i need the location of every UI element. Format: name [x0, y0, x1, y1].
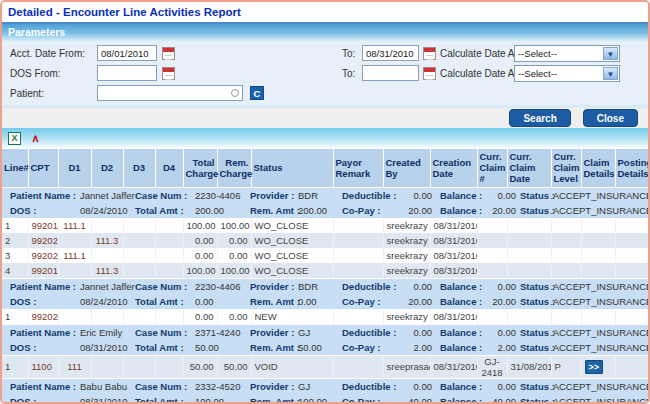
dos-to-label: To: [342, 68, 355, 79]
calc-date-as-label-2: Calculate Date As [440, 68, 520, 79]
line-cell [123, 248, 155, 263]
patient-input[interactable] [97, 85, 243, 101]
line-cell [123, 309, 155, 324]
group-field: Deductible : [342, 279, 402, 294]
column-header: CPT [28, 149, 58, 187]
group-field: 0.00 [488, 379, 516, 394]
line-cell [507, 309, 551, 324]
calendar-icon[interactable] [423, 67, 436, 80]
column-header: Payor Remark [333, 149, 383, 187]
column-header: Posting Details [615, 149, 648, 187]
pdf-export-icon[interactable]: ∧ [29, 132, 42, 145]
group-field: 2230-4406 [195, 188, 250, 203]
group-field: Status : [520, 279, 550, 294]
group-header-line: DOS :08/24/2010Total Amt :0.00Rem. Amt :… [2, 294, 648, 309]
encounter-line-row: 199201111.1100.00100.00WO_CLOSEsreekrazy… [2, 218, 648, 233]
calc-date-as-select-1[interactable]: --Select-- ▼ [514, 45, 620, 62]
group-field: Jannet Jaffer [80, 188, 135, 203]
group-field: Provider : [250, 325, 298, 340]
encounter-line-row: 499201111.3100.00100.00WO_CLOSEsreekrazy… [2, 263, 648, 278]
line-cell [123, 263, 155, 278]
group-field: .ACCEPT_INSURANCE [550, 188, 648, 203]
group-field: Rem. Amt : [250, 394, 298, 404]
chevron-down-icon[interactable]: ▼ [603, 67, 618, 80]
line-cell: 0.00 [183, 233, 217, 248]
group-field: Rem. Amt : [250, 294, 298, 309]
line-cell: 0.00 [217, 309, 251, 324]
chevron-down-icon[interactable]: ▼ [603, 47, 618, 60]
group-field: DOS : [10, 203, 80, 218]
line-cell [551, 233, 581, 248]
dos-to-input[interactable] [362, 65, 419, 81]
group-header-line: DOS :08/31/2010Total Amt :50.00Rem. Amt … [2, 340, 648, 355]
group-field: GJ [298, 325, 342, 340]
line-cell: 111.3 [91, 233, 123, 248]
line-cell: 99202 [28, 309, 58, 324]
group-field: Provider : [250, 379, 298, 394]
group-field: Balance : [440, 379, 488, 394]
acct-date-to-input[interactable] [362, 45, 419, 61]
line-cell: 99201 [28, 263, 58, 278]
group-field: Status : [520, 294, 550, 309]
group-header-line: Patient Name :Jannet JafferCase Num :223… [2, 188, 648, 203]
line-cell [551, 263, 581, 278]
group-field: Deductible : [342, 325, 402, 340]
line-cell: GJ-2418 [477, 355, 507, 378]
calendar-icon[interactable] [423, 47, 436, 60]
page-title: Detailed - Encounter Line Activities Rep… [2, 2, 648, 22]
line-cell [477, 218, 507, 233]
dos-date-row: DOS From: To: Calculate Date As --Select… [2, 65, 648, 85]
line-cell: 1 [2, 309, 28, 324]
calc-date-as-select-2[interactable]: --Select-- ▼ [514, 65, 620, 82]
line-cell [58, 309, 91, 324]
column-header: Rem. Charge [217, 149, 251, 187]
group-field: Balance : [440, 203, 488, 218]
group-field: 08/24/2010 [80, 203, 135, 218]
patient-row: Patient: C [2, 85, 648, 105]
group-field: .ACCEPT_INSURANCE [550, 340, 648, 355]
excel-export-icon[interactable]: X [8, 132, 21, 145]
column-header: D4 [155, 149, 183, 187]
claim-details-button[interactable]: >> [585, 360, 604, 374]
group-field: Rem. Amt : [250, 340, 298, 355]
line-cell: P [551, 355, 581, 378]
group-field: .ACCEPT_INSURANCE [550, 294, 648, 309]
group-field: BDR [298, 188, 342, 203]
line-cell [551, 218, 581, 233]
line-cell [615, 263, 648, 278]
group-field: 08/24/2010 [80, 294, 135, 309]
group-field: .ACCEPT_INSURANCE [550, 379, 648, 394]
line-cell [507, 263, 551, 278]
group-header-line: Patient Name :Eric EmilyCase Num :2371-4… [2, 325, 648, 340]
line-cell: 100.00 [217, 218, 251, 233]
line-cell [58, 233, 91, 248]
group-header-line: DOS :08/24/2010Total Amt :200.00Rem. Amt… [2, 203, 648, 218]
patient-search-icon[interactable] [231, 89, 239, 97]
line-cell: sreeprasad [383, 355, 430, 378]
column-header: Creation Date [430, 149, 477, 187]
line-cell [123, 218, 155, 233]
group-field: 2371-4240 [195, 325, 250, 340]
group-header-line: DOS :08/31/2010Total Amt :100.00Rem. Amt… [2, 394, 648, 404]
acct-date-from-input[interactable] [97, 45, 157, 61]
group-field: 20.00 [402, 294, 432, 309]
line-cell [155, 355, 183, 378]
calendar-icon[interactable] [162, 47, 175, 60]
dos-from-input[interactable] [97, 65, 157, 81]
group-field: Status : [520, 379, 550, 394]
close-button[interactable]: Close [583, 109, 638, 127]
line-cell: 0.00 [183, 248, 217, 263]
group-field: 2.00 [488, 340, 516, 355]
group-field: .ACCEPT_INSURANCE [550, 203, 648, 218]
line-cell [615, 309, 648, 324]
patient-lookup-button[interactable]: C [250, 86, 264, 100]
group-field: Case Num : [135, 188, 195, 203]
calendar-icon[interactable] [162, 67, 175, 80]
line-cell [91, 218, 123, 233]
group-field: Jannet Jaffer [80, 279, 135, 294]
encounter-line-row: 299202111.30.000.00WO_CLOSEsreekrazy08/3… [2, 233, 648, 248]
group-field: GJ [298, 379, 342, 394]
search-button[interactable]: Search [509, 109, 570, 127]
group-field: Co-Pay : [342, 394, 402, 404]
group-field: Status : [520, 188, 550, 203]
